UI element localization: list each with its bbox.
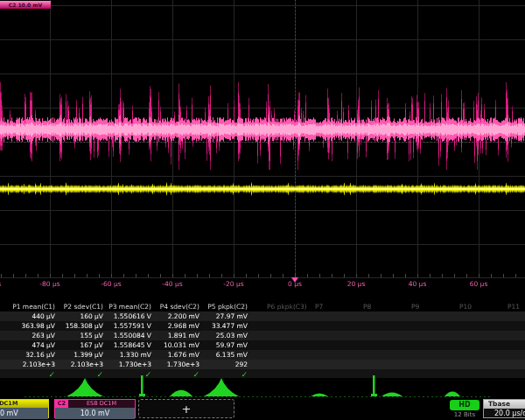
measurement-num: 292 [203, 360, 248, 369]
c2-coupling-label: ESB DC1M [68, 400, 135, 408]
measurement-mean: 1.557591 V [107, 321, 151, 331]
measurement-min: 155 µV [59, 331, 103, 340]
time-axis-label: 60 µs [448, 280, 509, 288]
timebase-descriptor[interactable]: Tbase 20.0 µs/div [483, 399, 525, 418]
timebase-title: Tbase [484, 400, 525, 409]
parameter-header-p4[interactable]: P4 sdev(C2) [155, 303, 200, 312]
measurement-max: 167 µV [59, 340, 103, 350]
measurement-mean: 158.308 µV [59, 321, 103, 331]
measurement-min: 263 µV [10, 331, 55, 340]
descriptor-bar: C1 DC1M 10.0 mV C2 ESB DC1M 10.0 mV + HD… [0, 398, 525, 420]
parameter-header-inactive[interactable]: P11 [492, 303, 525, 312]
time-axis-label: -40 µs [142, 280, 203, 288]
add-trace-slot[interactable]: + [138, 399, 234, 418]
parameter-histicons [0, 375, 525, 398]
channel-c2-descriptor[interactable]: C2 ESB DC1M 10.0 mV [54, 399, 136, 418]
hd-bits-label: 12 Bits [446, 411, 483, 418]
c1-coupling-label: C1 DC1M [0, 400, 48, 408]
time-axis: -100 µs-80 µs-60 µs-40 µs-20 µs0 µs20 µs… [0, 278, 525, 291]
measurement-num: 2.103e+3 [10, 360, 55, 369]
parameter-header-p5[interactable]: P5 pkpk(C2) [203, 303, 248, 312]
hd-mode-badge[interactable]: HD [450, 400, 480, 410]
parameter-header-p2[interactable]: P2 sdev(C1) [59, 303, 103, 312]
trigger-time-marker-icon[interactable] [291, 277, 298, 283]
measurement-sdev: 1.676 mV [155, 350, 200, 360]
measurement-value: 160 µV [59, 312, 103, 321]
trace-label-c2: C2 10.0 mV [0, 1, 51, 9]
time-axis-label: -80 µs [19, 280, 80, 288]
waveform-grid[interactable] [0, 0, 525, 278]
time-axis-label: -60 µs [80, 280, 142, 288]
measurement-num: 1.730e+3 [155, 360, 200, 369]
time-axis-label: -100 µs [0, 280, 19, 288]
measurement-sdev: 6.135 mV [203, 350, 248, 360]
time-axis-label: 20 µs [326, 280, 387, 288]
time-axis-label: -20 µs [203, 280, 264, 288]
measurement-max: 1.558645 V [107, 340, 151, 350]
c1-scale-value: 10.0 mV [0, 408, 48, 419]
measurement-sdev: 32.16 µV [10, 350, 55, 360]
parameter-header-p1[interactable]: P1 mean(C1) [10, 303, 55, 312]
measurement-min: 25.03 mV [203, 331, 248, 340]
measurement-value: 2.200 mV [155, 312, 200, 321]
c2-scale-value: 10.0 mV [55, 408, 135, 419]
measurement-mean: 363.98 µV [10, 321, 55, 331]
measurement-value: 1.550616 V [107, 312, 151, 321]
measurement-num: 1.730e+3 [107, 360, 151, 369]
measurement-sdev: 1.330 mV [107, 350, 151, 360]
measurement-mean: 2.968 mV [155, 321, 200, 331]
measurement-mean: 33.477 mV [203, 321, 248, 331]
measurement-max: 10.031 mV [155, 340, 200, 350]
measurement-value: 27.97 mV [203, 312, 248, 321]
time-axis-label: 40 µs [387, 280, 448, 288]
parameter-header-p3[interactable]: P3 mean(C2) [107, 303, 151, 312]
measurement-sdev: 1.399 µV [59, 350, 103, 360]
oscilloscope-screen: C2 10.0 mV -100 µs-80 µs-60 µs-40 µs-20 … [0, 0, 525, 420]
measurement-value: 440 µV [10, 312, 55, 321]
measurement-num: 2.103e+3 [59, 360, 103, 369]
measurement-min: 1.891 mV [155, 331, 200, 340]
measurement-table: P1 mean(C1)440 µV363.98 µV263 µV474 µV32… [0, 294, 525, 382]
timebase-value: 20.0 µs/div [484, 409, 525, 419]
c2-chip: C2 [55, 400, 68, 408]
measurement-min: 1.550084 V [107, 331, 151, 340]
channel-c1-descriptor[interactable]: C1 DC1M 10.0 mV [0, 399, 49, 418]
measurement-max: 474 µV [10, 340, 55, 350]
measurement-max: 59.97 mV [203, 340, 248, 350]
